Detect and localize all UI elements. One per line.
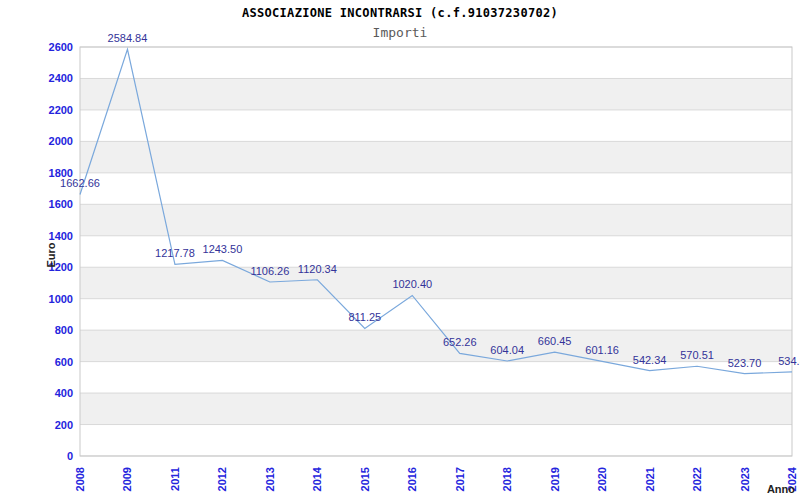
y-tick-label: 1000 — [49, 293, 73, 305]
data-point-label: 1106.26 — [250, 265, 289, 277]
grid-band — [80, 393, 792, 424]
y-tick-label: 400 — [55, 387, 73, 399]
data-point-label: 604.04 — [490, 344, 524, 356]
data-point-label: 1020.40 — [392, 278, 432, 290]
y-tick-label: 200 — [55, 419, 73, 431]
grid-band — [80, 78, 792, 109]
x-tick-label: 2013 — [264, 467, 276, 491]
x-tick-label: 2009 — [121, 467, 133, 491]
x-tick-label: 2021 — [644, 467, 656, 491]
data-point-label: 523.70 — [728, 357, 762, 369]
y-tick-label: 2400 — [49, 72, 73, 84]
y-tick-label: 0 — [67, 450, 73, 462]
y-tick-label: 600 — [55, 356, 73, 368]
y-tick-label: 2200 — [49, 104, 73, 116]
y-tick-label: 1600 — [49, 198, 73, 210]
x-tick-label: 2016 — [406, 467, 418, 491]
data-point-label: 542.34 — [633, 354, 667, 366]
y-tick-label: 2000 — [49, 135, 73, 147]
x-tick-label: 2022 — [691, 467, 703, 491]
data-point-label: 1217.78 — [155, 247, 195, 259]
data-point-label: 652.26 — [443, 336, 477, 348]
x-tick-label: 2011 — [169, 467, 181, 491]
x-tick-label: 2015 — [359, 467, 371, 491]
x-tick-label: 2014 — [311, 466, 323, 491]
x-tick-label: 2018 — [501, 467, 513, 491]
y-tick-label: 1400 — [49, 230, 73, 242]
x-tick-label: 2012 — [216, 467, 228, 491]
grid-band — [80, 267, 792, 298]
chart-canvas: 0200400600800100012001400160018002000220… — [0, 0, 800, 500]
y-axis-title: Euro — [45, 242, 57, 267]
data-point-label: 2584.84 — [108, 32, 148, 44]
grid-band — [80, 204, 792, 235]
data-point-label: 1243.50 — [203, 243, 243, 255]
x-tick-label: 2023 — [739, 467, 751, 491]
grid-band — [80, 141, 792, 172]
data-point-label: 601.16 — [585, 344, 619, 356]
data-point-label: 1120.34 — [298, 263, 337, 275]
y-tick-label: 2600 — [49, 41, 73, 53]
data-point-label: 534.8 — [778, 355, 800, 367]
y-tick-label: 800 — [55, 324, 73, 336]
data-point-label: 660.45 — [538, 335, 572, 347]
data-point-label: 811.25 — [348, 311, 381, 323]
x-tick-label: 2008 — [74, 467, 86, 491]
x-tick-label: 2019 — [549, 467, 561, 491]
data-point-label: 570.51 — [680, 349, 714, 361]
x-tick-label: 2017 — [454, 467, 466, 491]
data-point-label: 1662.66 — [60, 177, 100, 189]
x-axis-title: Anno — [767, 483, 795, 495]
x-tick-label: 2020 — [596, 467, 608, 491]
